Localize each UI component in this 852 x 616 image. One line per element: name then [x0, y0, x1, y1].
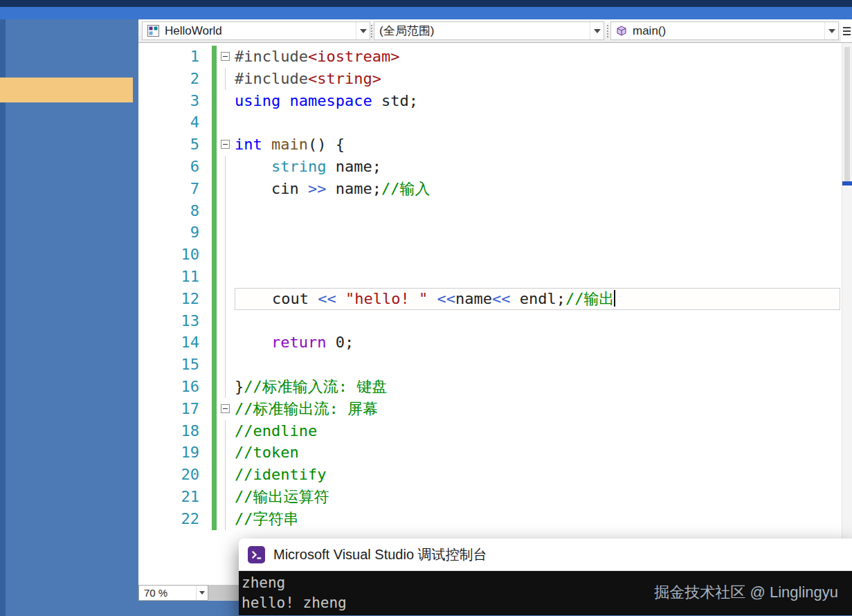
- chevron-down-icon[interactable]: [196, 586, 208, 600]
- horizontal-scrollbar-track[interactable]: [208, 585, 239, 601]
- code-text[interactable]: //字符串: [235, 508, 840, 530]
- code-line[interactable]: 5int main() {: [138, 134, 842, 156]
- code-line[interactable]: 18//endline: [138, 420, 842, 442]
- code-text[interactable]: [235, 266, 840, 288]
- line-number[interactable]: 19: [138, 442, 210, 464]
- console-output-area[interactable]: zhenghello! zheng 掘金技术社区 @ Linglingyu: [239, 571, 852, 615]
- collapse-minus-icon[interactable]: [221, 140, 230, 149]
- collapse-minus-icon[interactable]: [221, 52, 230, 61]
- line-number[interactable]: 3: [138, 90, 210, 112]
- console-title-bar[interactable]: Microsoft Visual Studio 调试控制台: [239, 538, 852, 571]
- code-text[interactable]: [235, 221, 840, 244]
- change-track-bar: [212, 420, 217, 442]
- line-number[interactable]: 13: [138, 310, 210, 332]
- scrollbar-thumb[interactable]: [844, 47, 850, 185]
- code-text[interactable]: //endline: [235, 420, 840, 442]
- line-number[interactable]: 6: [138, 156, 210, 178]
- code-line[interactable]: 8: [138, 200, 842, 222]
- line-number[interactable]: 12: [138, 288, 210, 310]
- code-line[interactable]: 1#include<iostream>: [138, 46, 842, 68]
- line-number[interactable]: 22: [138, 508, 210, 530]
- code-line[interactable]: 11: [138, 266, 842, 288]
- line-number[interactable]: 9: [138, 221, 210, 244]
- code-editor[interactable]: 1#include<iostream>2#include<string>3usi…: [138, 43, 842, 585]
- vertical-scrollbar[interactable]: [842, 43, 852, 538]
- navigation-bar: HelloWorld (全局范围) main(): [138, 19, 852, 43]
- code-text[interactable]: string name;: [235, 156, 840, 178]
- line-number[interactable]: 4: [138, 111, 210, 134]
- code-line[interactable]: 6 string name;: [138, 156, 842, 178]
- chevron-down-icon[interactable]: [356, 22, 370, 39]
- sidebar-highlight-item[interactable]: [0, 78, 133, 102]
- line-number[interactable]: 2: [138, 68, 210, 90]
- line-number[interactable]: 17: [138, 398, 210, 420]
- code-line[interactable]: 22//字符串: [138, 508, 842, 530]
- code-text[interactable]: #include<string>: [235, 68, 840, 90]
- fold-gutter: [217, 221, 235, 244]
- code-line[interactable]: 10: [138, 244, 842, 266]
- code-line[interactable]: 14 return 0;: [138, 332, 842, 354]
- change-track-bar: [212, 508, 217, 530]
- line-number[interactable]: 5: [138, 134, 210, 156]
- project-dropdown[interactable]: HelloWorld: [142, 21, 370, 40]
- code-text[interactable]: cout << "hello! " <<name<< endl;//输出: [235, 288, 840, 310]
- line-number[interactable]: 20: [138, 464, 210, 486]
- code-text[interactable]: using namespace std;: [235, 90, 840, 112]
- code-line[interactable]: 13: [138, 310, 842, 332]
- code-text[interactable]: [235, 244, 840, 266]
- code-line[interactable]: 15: [138, 354, 842, 376]
- member-dropdown[interactable]: main(): [610, 21, 839, 40]
- code-line[interactable]: 19//token: [138, 442, 842, 464]
- line-number[interactable]: 8: [138, 200, 210, 222]
- code-line[interactable]: 16}//标准输入流: 键盘: [138, 376, 842, 398]
- code-line[interactable]: 7 cin >> name;//输入: [138, 178, 842, 200]
- zoom-control[interactable]: 70 %: [138, 585, 208, 601]
- code-token: [235, 158, 271, 175]
- change-track-bar: [212, 68, 217, 90]
- line-number[interactable]: 1: [138, 46, 210, 68]
- code-line[interactable]: 3using namespace std;: [138, 90, 842, 112]
- code-text[interactable]: [235, 200, 840, 222]
- navbar-splitter[interactable]: [607, 25, 610, 37]
- line-number[interactable]: 14: [138, 332, 210, 354]
- code-text[interactable]: [235, 310, 840, 332]
- line-number[interactable]: 21: [138, 486, 210, 508]
- code-text[interactable]: //输出运算符: [235, 486, 840, 508]
- chevron-down-icon[interactable]: [824, 22, 838, 39]
- code-line[interactable]: 21//输出运算符: [138, 486, 842, 508]
- line-number[interactable]: 11: [138, 266, 210, 288]
- document-options-icon[interactable]: [841, 19, 852, 42]
- code-text[interactable]: //标准输出流: 屏幕: [235, 398, 840, 420]
- code-text[interactable]: }//标准输入流: 键盘: [235, 376, 840, 398]
- code-text[interactable]: return 0;: [235, 332, 840, 354]
- code-line[interactable]: 12 cout << "hello! " <<name<< endl;//输出: [138, 288, 842, 310]
- cube-icon: [616, 26, 627, 37]
- code-text[interactable]: [235, 111, 840, 134]
- fold-toggle-icon[interactable]: [217, 134, 235, 156]
- fold-gutter: [217, 178, 235, 200]
- collapse-minus-icon[interactable]: [221, 404, 230, 413]
- code-line[interactable]: 2#include<string>: [138, 68, 842, 90]
- change-track-bar: [212, 310, 217, 332]
- line-number[interactable]: 16: [138, 376, 210, 398]
- code-line[interactable]: 9: [138, 221, 842, 244]
- code-token: <<: [492, 290, 511, 307]
- fold-toggle-icon[interactable]: [217, 398, 235, 420]
- line-number[interactable]: 15: [138, 354, 210, 376]
- code-line[interactable]: 17//标准输出流: 屏幕: [138, 398, 842, 420]
- code-text[interactable]: //identify: [235, 464, 840, 486]
- code-text[interactable]: [235, 354, 840, 376]
- line-number[interactable]: 10: [138, 244, 210, 266]
- chevron-down-icon[interactable]: [590, 22, 604, 39]
- code-text[interactable]: #include<iostream>: [235, 46, 840, 68]
- code-text[interactable]: //token: [235, 442, 840, 464]
- code-token: [336, 290, 345, 307]
- line-number[interactable]: 18: [138, 420, 210, 442]
- fold-toggle-icon[interactable]: [217, 46, 235, 68]
- line-number[interactable]: 7: [138, 178, 210, 200]
- code-line[interactable]: 20//identify: [138, 464, 842, 486]
- code-line[interactable]: 4: [138, 111, 842, 134]
- code-text[interactable]: cin >> name;//输入: [235, 178, 840, 200]
- code-text[interactable]: int main() {: [235, 134, 840, 156]
- scope-dropdown[interactable]: (全局范围): [374, 21, 604, 40]
